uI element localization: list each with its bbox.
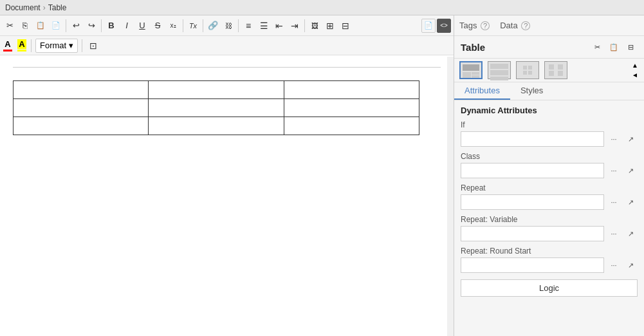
link-button[interactable]: 🔗: [206, 19, 220, 33]
table-cell[interactable]: [149, 117, 284, 135]
format-dropdown-label: Format: [40, 41, 66, 50]
ordered-list-button[interactable]: ≡: [241, 19, 255, 33]
tags-label: Tags: [459, 21, 477, 30]
repeat-round-start-ellipsis-button[interactable]: ···: [607, 257, 621, 273]
class-label: Class: [461, 152, 638, 161]
table-cell[interactable]: [149, 99, 284, 117]
table-grid-button[interactable]: ⊡: [86, 39, 100, 53]
table-row: [14, 117, 419, 135]
tab-attributes[interactable]: Attributes: [454, 82, 510, 100]
repeat-variable-ellipsis-button[interactable]: ···: [607, 226, 621, 241]
layout-preview-4[interactable]: [544, 61, 567, 79]
table-title-bar: Table ✂ 📋 ⊟: [454, 36, 644, 59]
paste-button[interactable]: 📋: [33, 19, 48, 33]
table-cell[interactable]: [284, 81, 419, 99]
table-cell[interactable]: [14, 81, 149, 99]
document-table: [13, 80, 419, 135]
breadcrumb-separator: ›: [43, 3, 46, 12]
repeat-variable-field-row: ··· ↗: [461, 226, 638, 241]
toolbar-sep4: [203, 19, 203, 32]
title-special-icon[interactable]: ⊟: [623, 40, 638, 54]
if-link-button[interactable]: ↗: [623, 131, 638, 147]
class-ellipsis-button[interactable]: ···: [607, 163, 621, 178]
code-view-button[interactable]: <>: [437, 19, 451, 33]
repeat-label: Repeat: [461, 183, 638, 192]
toolbar-sep5: [238, 19, 239, 32]
layout-preview-2[interactable]: [488, 61, 511, 79]
layout-preview-1[interactable]: [459, 61, 483, 79]
layout-left-icon[interactable]: ◄: [631, 71, 639, 79]
table-cell[interactable]: [14, 99, 149, 117]
title-cut-icon[interactable]: ✂: [590, 40, 604, 54]
toolbar-sep2: [101, 19, 102, 32]
panel-content: Dynamic Attributes If ··· ↗ Class ··· ↗ …: [454, 100, 644, 336]
title-copy-icon[interactable]: 📋: [607, 40, 621, 54]
data-help-icon[interactable]: ?: [521, 21, 530, 30]
subscript-button[interactable]: x₂: [166, 19, 180, 33]
repeat-ellipsis-button[interactable]: ···: [607, 194, 621, 210]
table-button[interactable]: ⊞: [323, 19, 337, 33]
italic-button[interactable]: I: [120, 19, 134, 33]
tab-data[interactable]: Data ?: [500, 21, 530, 30]
doc-view-button[interactable]: 📄: [421, 19, 436, 33]
repeat-variable-link-button[interactable]: ↗: [623, 226, 638, 241]
strikethrough-button[interactable]: S: [151, 19, 165, 33]
unordered-list-button[interactable]: ☰: [257, 19, 271, 33]
bg-color-indicator: [17, 50, 26, 51]
repeat-round-start-input[interactable]: [461, 257, 604, 273]
redo-button[interactable]: ↪: [84, 19, 98, 33]
tab-tags[interactable]: Tags ?: [459, 21, 490, 30]
editor-rule: [13, 67, 441, 68]
repeat-input[interactable]: [461, 194, 604, 210]
breadcrumb-parent[interactable]: Document: [5, 3, 41, 12]
font-color-button[interactable]: A: [3, 39, 13, 52]
repeat-round-start-label: Repeat: Round Start: [461, 247, 638, 256]
panel-element-title: Table: [461, 42, 485, 53]
if-ellipsis-button[interactable]: ···: [607, 131, 621, 147]
if-input[interactable]: [461, 131, 604, 147]
editor-content[interactable]: [0, 55, 454, 336]
class-link-button[interactable]: ↗: [623, 163, 638, 178]
if-label: If: [461, 120, 638, 129]
logic-button[interactable]: Logic: [461, 279, 638, 297]
layout-up-icon[interactable]: ▲: [631, 61, 639, 70]
underline-button[interactable]: U: [135, 19, 149, 33]
table-cell[interactable]: [14, 117, 149, 135]
undo-button[interactable]: ↩: [69, 19, 83, 33]
clear-format-button[interactable]: Tx: [186, 19, 200, 33]
cut-button[interactable]: ✂: [3, 19, 17, 33]
table-cell[interactable]: [284, 117, 419, 135]
special-button[interactable]: ⊟: [338, 19, 353, 33]
panel-header: Tags ? Data ?: [454, 15, 644, 36]
toolbar-sep7: [31, 39, 32, 52]
bold-button[interactable]: B: [104, 19, 118, 33]
class-input[interactable]: [461, 163, 604, 178]
font-color-indicator: [3, 50, 12, 51]
bg-color-button[interactable]: A: [17, 39, 27, 52]
outdent-button[interactable]: ⇤: [272, 19, 286, 33]
table-row: [14, 81, 419, 99]
repeat-variable-input[interactable]: [461, 226, 604, 241]
data-label: Data: [500, 21, 517, 30]
unlink-button[interactable]: ⛓: [221, 19, 235, 33]
layout-preview-3[interactable]: [516, 61, 539, 79]
paste-special-button[interactable]: 📄: [49, 19, 63, 33]
table-cell[interactable]: [149, 81, 284, 99]
repeat-round-start-link-button[interactable]: ↗: [623, 257, 638, 273]
right-panel: Tags ? Data ? Table ✂ 📋 ⊟: [454, 15, 644, 336]
repeat-variable-label: Repeat: Variable: [461, 215, 638, 224]
repeat-link-button[interactable]: ↗: [623, 194, 638, 210]
tags-help-icon[interactable]: ?: [481, 21, 490, 30]
image-button[interactable]: 🖼: [308, 19, 322, 33]
panel-tabs: Attributes Styles: [454, 82, 644, 100]
repeat-field-row: ··· ↗: [461, 194, 638, 210]
indent-button[interactable]: ⇥: [288, 19, 302, 33]
bg-color-label: A: [17, 39, 26, 49]
table-cell[interactable]: [284, 99, 419, 117]
format-dropdown[interactable]: Format ▾: [35, 39, 78, 53]
toolbar-sep8: [82, 39, 82, 52]
editor-scrollbar[interactable]: [447, 57, 454, 336]
copy-button[interactable]: ⎘: [18, 19, 32, 33]
if-field-row: ··· ↗: [461, 131, 638, 147]
tab-styles[interactable]: Styles: [510, 82, 553, 100]
